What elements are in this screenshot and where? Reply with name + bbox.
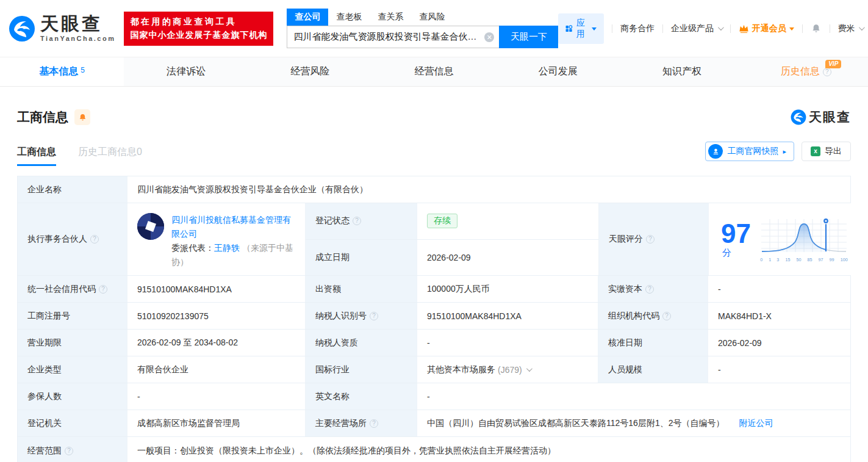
table-row: 工商注册号 510109202139075 纳税人识别号? 91510100MA… xyxy=(18,303,850,330)
business-info-table: 企业名称 四川省能发油气资源股权投资引导基金合伙企业（有限合伙） 执行事务合伙人… xyxy=(17,176,851,462)
divider xyxy=(730,24,731,33)
label-text: 组织机构代码 xyxy=(608,311,659,322)
industry-value: 其他资本市场服务 (J679) xyxy=(417,356,598,383)
notifications-button[interactable] xyxy=(811,23,822,34)
help-icon[interactable]: ? xyxy=(646,235,655,244)
export-label: 导出 xyxy=(825,146,842,157)
search-tab-relation[interactable]: 查关系 xyxy=(370,9,411,26)
help-icon[interactable]: ? xyxy=(823,68,831,76)
partner-rep-link[interactable]: 王静轶 xyxy=(214,243,240,253)
menu-vip[interactable]: 开通会员 xyxy=(739,23,794,34)
label-text: 执行事务合伙人 xyxy=(27,234,87,245)
bell-icon xyxy=(78,113,87,122)
brand-domain: TianYanCha.com xyxy=(40,35,115,42)
tianyancha-logo-icon xyxy=(791,109,806,125)
tab-label: 基本信息 xyxy=(39,65,78,78)
chevron-down-icon xyxy=(859,24,865,31)
score-distribution-chart: 0131550859799100 xyxy=(759,217,848,262)
top-header: 天眼查 TianYanCha.com 都在用的商业查询工具 国家中小企业发展子基… xyxy=(0,0,868,57)
search-button[interactable]: 天眼一下 xyxy=(499,26,558,48)
user-menu[interactable]: 费米 xyxy=(838,23,863,34)
business-address-value: 中国（四川）自由贸易试验区成都高新区天泰路112号16层附1、2号（自编号） 附… xyxy=(417,410,850,436)
taxpayer-quality-label: 纳税人资质 xyxy=(306,330,417,356)
search-input[interactable]: 四川省能发油气资源股权投资引导基金合伙企业（有限 ✕ xyxy=(287,26,499,48)
help-icon[interactable]: ? xyxy=(370,312,378,320)
help-icon[interactable]: ? xyxy=(353,217,361,225)
business-address-label: 主要经营场所? xyxy=(306,410,417,436)
slogan-line-2: 国家中小企业发展子基金旗下机构 xyxy=(130,30,267,41)
help-icon[interactable]: ? xyxy=(662,312,671,320)
address-text: 中国（四川）自由贸易试验区成都高新区天泰路112号16层附1、2号（自编号） xyxy=(427,418,724,429)
nearby-companies-link[interactable]: 附近公司 xyxy=(739,418,773,429)
credit-code-label: 统一社会信用代码? xyxy=(18,276,127,302)
export-button[interactable]: x 导出 xyxy=(802,142,851,161)
tab-operation-info[interactable]: 经营信息 xyxy=(372,57,496,86)
help-icon[interactable]: ? xyxy=(90,235,99,244)
tab-basic-info[interactable]: 基本信息 5 xyxy=(0,57,124,86)
chevron-down-icon xyxy=(718,24,724,31)
table-row: 统一社会信用代码? 91510100MAK84HD1XA 出资额 100000万… xyxy=(18,276,850,303)
industry-label: 国标行业 xyxy=(306,356,417,383)
table-row: 经营范围? 一般项目：创业投资（限投资未上市企业）。（除依法须经批准的项目外，凭… xyxy=(18,437,850,462)
tab-label: 经营风险 xyxy=(290,65,329,78)
reg-number-label: 工商注册号 xyxy=(18,303,127,329)
table-row: 企业类型 有限合伙企业 国标行业 其他资本市场服务 (J679) 人员规模 - xyxy=(18,356,850,383)
capital-value: 100000万人民币 xyxy=(417,276,598,302)
apps-menu-button[interactable]: 应用 xyxy=(558,13,604,44)
insured-count-label: 参保人数 xyxy=(18,383,127,410)
label-text: 经营范围 xyxy=(27,446,62,457)
reg-status-value: 存续 xyxy=(417,203,599,239)
label-text: 主要经营场所 xyxy=(315,418,367,429)
industry-code: (J679) xyxy=(498,365,522,375)
search-area: 查公司 查老板 查关系 查风险 四川省能发油气资源股权投资引导基金合伙企业（有限… xyxy=(287,9,558,48)
search-tab-company[interactable]: 查公司 xyxy=(287,9,328,26)
help-icon[interactable]: ? xyxy=(645,285,654,294)
help-icon[interactable]: ? xyxy=(370,419,378,428)
vip-badge: VIP xyxy=(825,60,841,68)
search-tab-boss[interactable]: 查老板 xyxy=(328,9,370,26)
help-icon[interactable]: ? xyxy=(65,447,73,455)
reg-number-value: 510109202139075 xyxy=(127,303,306,329)
staff-size-label: 人员规模 xyxy=(598,356,708,383)
table-row: 参保人数 - 英文名称 - xyxy=(18,383,850,410)
chart-x-ticks: 0131550859799100 xyxy=(759,257,848,262)
tab-label: 法律诉讼 xyxy=(167,65,206,78)
tianyancha-logo[interactable]: 天眼查 TianYanCha.com xyxy=(9,15,115,42)
chevron-down-icon xyxy=(789,27,794,31)
section-title: 工商信息 xyxy=(17,109,68,126)
menu-cooperation[interactable]: 商务合作 xyxy=(620,23,655,34)
stamp-icon xyxy=(708,144,723,159)
subtab-history-business-info[interactable]: 历史工商信息0 xyxy=(78,146,142,166)
search-tab-risk[interactable]: 查风险 xyxy=(411,9,453,26)
score-label: 天眼评分 ? xyxy=(599,203,709,275)
tab-legal[interactable]: 法律诉讼 xyxy=(124,57,248,86)
brand-slogan: 都在用的商业查询工具 国家中小企业发展子基金旗下机构 xyxy=(124,12,273,46)
menu-enterprise[interactable]: 企业级产品 xyxy=(671,23,722,34)
official-snapshot-button[interactable]: 工商官网快照 ▸ xyxy=(705,142,794,161)
chevron-down-icon xyxy=(592,27,597,31)
search-query-text: 四川省能发油气资源股权投资引导基金合伙企业（有限 xyxy=(293,31,484,43)
main-content: 工商信息 天眼查 工商信息 历史工商信息0 工商官网快照 xyxy=(0,109,868,462)
tab-intellectual-property[interactable]: 知识产权 xyxy=(620,57,744,86)
reg-status-label: 登记状态 ? xyxy=(306,203,417,239)
tab-operation-risk[interactable]: 经营风险 xyxy=(248,57,372,86)
monitor-button[interactable] xyxy=(74,109,90,125)
reg-authority-label: 登记机关 xyxy=(18,410,127,436)
help-icon[interactable]: ? xyxy=(99,285,107,294)
tab-label: 经营信息 xyxy=(414,65,453,78)
rep-prefix: 委派代表： xyxy=(171,243,214,253)
username: 费米 xyxy=(838,23,855,34)
company-name-value: 四川省能发油气资源股权投资引导基金合伙企业（有限合伙） xyxy=(127,176,850,203)
business-scope-value: 一般项目：创业投资（限投资未上市企业）。（除依法须经批准的项目外，凭营业执照依法… xyxy=(127,437,850,462)
subtab-business-info[interactable]: 工商信息 xyxy=(17,146,56,166)
partner-company-link[interactable]: 四川省川投航信私募基金管理有限公司 xyxy=(171,215,291,239)
crown-icon xyxy=(739,24,749,33)
tab-company-development[interactable]: 公司发展 xyxy=(496,57,620,86)
clear-search-icon[interactable]: ✕ xyxy=(484,32,494,42)
score-value-cell[interactable]: 97分 xyxy=(709,203,855,275)
tianyancha-logo-icon xyxy=(9,15,35,42)
chevron-down-icon[interactable] xyxy=(526,366,533,372)
paid-capital-value: - xyxy=(708,276,850,302)
table-row: 营业期限 2026-02-09 至 2034-08-02 纳税人资质 - 核准日… xyxy=(18,330,850,356)
tab-history-info[interactable]: VIP 历史信息 ? xyxy=(744,57,868,86)
